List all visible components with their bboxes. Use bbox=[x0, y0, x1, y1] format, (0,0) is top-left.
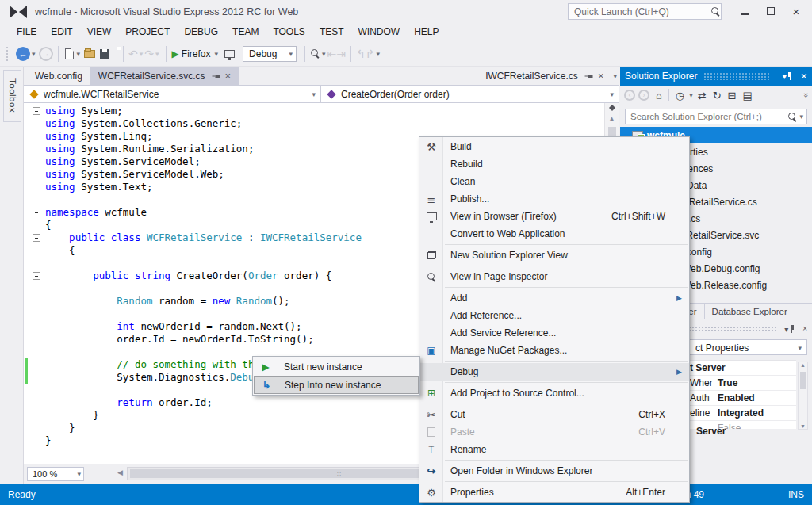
uncomment-icon[interactable]: ↱ bbox=[366, 48, 375, 60]
auto-hide-pin-icon[interactable] bbox=[787, 72, 794, 80]
pending-changes-filter-icon[interactable]: ◷ bbox=[676, 90, 684, 101]
close-tab-icon[interactable]: × bbox=[225, 71, 232, 81]
auto-hide-pin-icon[interactable] bbox=[788, 325, 795, 333]
home-icon[interactable]: ⌂ bbox=[656, 90, 662, 101]
navigate-back-dropdown-icon[interactable]: ▾ bbox=[32, 50, 36, 58]
quick-launch-input[interactable]: Quick Launch (Ctrl+Q) bbox=[568, 3, 722, 20]
context-menu-item-view-in-page-inspector[interactable]: View in Page Inspector bbox=[419, 268, 689, 285]
scroll-left-icon[interactable]: ◀ bbox=[117, 469, 123, 476]
save-button[interactable] bbox=[100, 49, 109, 59]
paste-icon bbox=[419, 427, 443, 437]
show-all-files-icon[interactable]: ▤ bbox=[742, 90, 752, 101]
indent-decrease-icon[interactable]: ⇤ bbox=[327, 48, 337, 60]
context-menu-item-clean[interactable]: Clean bbox=[419, 173, 689, 190]
open-file-button[interactable] bbox=[84, 50, 95, 58]
new-item-dropdown-icon[interactable]: ▾ bbox=[77, 50, 81, 58]
context-menu-item-publish[interactable]: ≣Publish... bbox=[419, 190, 689, 208]
context-menu-item-add[interactable]: Add▶ bbox=[419, 289, 689, 307]
filter-dropdown-icon[interactable]: ▾ bbox=[689, 91, 693, 99]
type-dropdown[interactable]: wcfmule.WCFRetailService ▾ bbox=[24, 86, 321, 102]
browser-select-label[interactable]: Firefox bbox=[182, 48, 211, 59]
menu-debug[interactable]: DEBUG bbox=[177, 24, 225, 41]
navigate-back-button[interactable]: ← bbox=[16, 47, 30, 61]
submenu-item-start-new-instance[interactable]: ▶Start new instance bbox=[254, 358, 419, 376]
fold-toggle-icon[interactable] bbox=[33, 234, 40, 242]
context-menu-item-new-solution-explorer-view[interactable]: New Solution Explorer View bbox=[419, 247, 689, 264]
new-item-button[interactable] bbox=[65, 48, 74, 59]
close-preview-tab-icon[interactable]: × bbox=[598, 71, 604, 81]
context-menu-item-view-in-browser-firefox[interactable]: View in Browser (Firefox)Ctrl+Shift+W bbox=[419, 208, 689, 225]
pin-preview-tab-icon[interactable] bbox=[584, 72, 592, 79]
context-menu-item-add-project-to-source-control[interactable]: ⊞Add Project to Source Control... bbox=[419, 384, 689, 402]
context-menu-item-paste[interactable]: PasteCtrl+V bbox=[419, 423, 689, 441]
menu-file[interactable]: FILE bbox=[10, 24, 44, 41]
toolbox-tab[interactable]: Toolbox bbox=[3, 70, 21, 122]
context-menu-item-open-folder-in-windows-explorer[interactable]: ↪Open Folder in Windows Explorer bbox=[419, 462, 689, 480]
solution-configuration-combo[interactable]: Debug ▾ bbox=[243, 46, 297, 62]
toolbar-overflow-icon[interactable]: ▾ bbox=[377, 50, 381, 58]
context-menu-item-debug[interactable]: Debug▶ bbox=[419, 363, 689, 381]
zoom-level-combo[interactable]: 100 % ▾ bbox=[27, 467, 84, 481]
properties-scrollbar[interactable]: ▲ ▼ bbox=[798, 362, 808, 430]
pin-tab-icon[interactable] bbox=[212, 72, 220, 79]
navigate-forward-button[interactable]: → bbox=[39, 47, 53, 61]
context-menu-item-add-service-reference[interactable]: Add Service Reference... bbox=[419, 324, 689, 342]
tab-wcfretailservice-svc-cs[interactable]: WCFRetailService.svc.cs × bbox=[90, 67, 239, 85]
toolbar-grip[interactable] bbox=[6, 47, 10, 61]
menu-tools[interactable]: TOOLS bbox=[266, 24, 312, 41]
member-dropdown[interactable]: CreateOrder(Order order) ▾ bbox=[321, 86, 619, 102]
toolbar-overflow-icon[interactable]: » bbox=[802, 93, 811, 98]
indent-increase-icon[interactable]: ⇥ bbox=[336, 48, 346, 60]
save-all-button[interactable] bbox=[112, 47, 117, 61]
sync-with-active-document-icon[interactable]: ⇄ bbox=[698, 90, 707, 101]
tab-web-config[interactable]: Web.config bbox=[27, 67, 90, 85]
context-menu-item-convert-to-web-application[interactable]: Convert to Web Application bbox=[419, 225, 689, 243]
collapse-all-icon[interactable]: ⊟ bbox=[728, 90, 737, 101]
scroll-down-icon[interactable]: ▼ bbox=[799, 423, 807, 429]
menu-view[interactable]: VIEW bbox=[80, 24, 119, 41]
menu-window[interactable]: WINDOW bbox=[351, 24, 408, 41]
se-back-button[interactable]: ‹ bbox=[624, 90, 635, 101]
fold-toggle-icon[interactable] bbox=[33, 107, 40, 115]
close-panel-icon[interactable]: × bbox=[801, 71, 807, 82]
context-menu-item-rebuild[interactable]: Rebuild bbox=[419, 155, 689, 173]
tab-list-dropdown-icon[interactable]: ▾ bbox=[613, 72, 617, 80]
refresh-icon[interactable]: ↻ bbox=[713, 90, 722, 101]
restore-button[interactable] bbox=[758, 0, 783, 22]
close-panel-icon[interactable]: × bbox=[802, 325, 807, 333]
close-button[interactable]: × bbox=[783, 0, 809, 22]
dock-tab-database-explorer[interactable]: Database Explorer bbox=[705, 304, 795, 319]
context-menu-item-rename[interactable]: ⌶Rename bbox=[419, 441, 689, 458]
menu-project[interactable]: PROJECT bbox=[118, 24, 177, 41]
find-dropdown-icon[interactable]: ▾ bbox=[322, 50, 326, 58]
fold-toggle-icon[interactable] bbox=[33, 272, 40, 280]
context-menu-item-add-reference[interactable]: Add Reference... bbox=[419, 307, 689, 324]
context-menu-item-properties[interactable]: ⚙PropertiesAlt+Enter bbox=[419, 484, 689, 501]
browser-select-dropdown-icon[interactable]: ▾ bbox=[215, 50, 219, 58]
scroll-up-icon[interactable]: ▲ bbox=[799, 362, 807, 368]
context-menu-item-cut[interactable]: ✂CutCtrl+X bbox=[419, 406, 689, 423]
redo-button[interactable]: ↷ bbox=[144, 48, 154, 60]
fold-toggle-icon[interactable] bbox=[33, 209, 40, 216]
minimize-button[interactable] bbox=[733, 0, 758, 22]
scrollbar-thumb[interactable] bbox=[800, 372, 806, 389]
find-icon[interactable] bbox=[310, 48, 320, 59]
context-menu-item-build[interactable]: ⚒Build bbox=[419, 138, 689, 155]
browser-icon[interactable] bbox=[224, 50, 235, 58]
comment-icon[interactable]: ↰ bbox=[356, 48, 366, 60]
scroll-up-icon[interactable]: ▲ bbox=[605, 113, 619, 124]
solution-explorer-header[interactable]: Solution Explorer ▾ × bbox=[620, 67, 812, 86]
menu-team[interactable]: TEAM bbox=[225, 24, 266, 41]
menu-help[interactable]: HELP bbox=[407, 24, 446, 41]
solution-explorer-search-input[interactable]: Search Solution Explorer (Ctrl+;) ▾ bbox=[625, 109, 807, 124]
undo-button[interactable]: ↶ bbox=[128, 48, 138, 60]
submenu-item-step-into-new-instance[interactable]: ↳Step Into new instance bbox=[254, 376, 419, 394]
context-menu-item-manage-nuget-packages[interactable]: ▣Manage NuGet Packages... bbox=[419, 342, 689, 359]
se-forward-button[interactable]: › bbox=[638, 90, 649, 101]
editor-split-handle[interactable] bbox=[605, 103, 619, 113]
start-debugging-icon[interactable]: ▶ bbox=[172, 48, 179, 59]
tab-iwcfretailservice-cs[interactable]: IWCFRetailService.cs × bbox=[477, 71, 611, 82]
menu-edit[interactable]: EDIT bbox=[44, 24, 79, 41]
menu-test[interactable]: TEST bbox=[312, 24, 351, 41]
search-options-dropdown-icon[interactable]: ▾ bbox=[799, 113, 803, 121]
